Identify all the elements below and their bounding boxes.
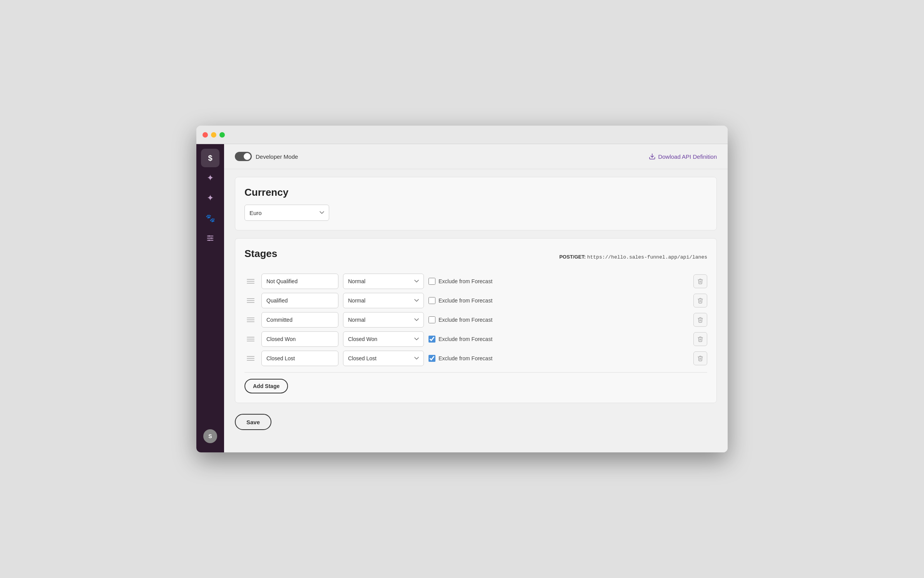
developer-mode-label: Developer Mode: [256, 153, 298, 160]
sidebar-item-sparkle[interactable]: ✦: [201, 169, 219, 187]
sidebar: $ ✦ ✦ 🐾: [196, 144, 224, 452]
forecast-label[interactable]: Exclude from Forecast: [429, 336, 689, 343]
stages-section: Stages POST/GET: https://hello.sales-fun…: [235, 238, 717, 403]
stage-name-input[interactable]: [261, 274, 338, 289]
delete-stage-button[interactable]: [693, 313, 707, 327]
developer-mode-toggle[interactable]: Developer Mode: [235, 152, 298, 161]
delete-stage-button[interactable]: [693, 332, 707, 346]
user-avatar[interactable]: S: [203, 429, 217, 443]
minimize-button[interactable]: [211, 132, 216, 138]
stage-name-input[interactable]: [261, 331, 338, 347]
trash-icon: [697, 278, 703, 284]
forecast-label[interactable]: Exclude from Forecast: [429, 278, 689, 285]
forecast-checkbox[interactable]: [429, 355, 435, 362]
forecast-text: Exclude from Forecast: [439, 336, 492, 342]
save-button[interactable]: Save: [235, 414, 271, 430]
download-api-label: Dowload API Definition: [658, 153, 717, 160]
forecast-checkbox[interactable]: [429, 297, 435, 304]
sidebar-item-paw[interactable]: 🐾: [201, 209, 219, 227]
sparkle-icon: ✦: [207, 173, 214, 183]
drag-handle[interactable]: [244, 314, 257, 326]
forecast-text: Exclude from Forecast: [439, 278, 492, 284]
content-area: Currency Euro USD GBP JPY Stages POST/GE…: [224, 169, 728, 438]
forecast-text: Exclude from Forecast: [439, 355, 492, 361]
download-icon: [649, 153, 656, 160]
forecast-text: Exclude from Forecast: [439, 297, 492, 304]
delete-stage-button[interactable]: [693, 351, 707, 365]
sidebar-item-settings[interactable]: [201, 229, 219, 247]
paw-icon: 🐾: [206, 213, 215, 223]
forecast-text: Exclude from Forecast: [439, 317, 492, 323]
stages-divider: [244, 372, 707, 373]
svg-point-5: [208, 240, 210, 241]
drag-handle[interactable]: [244, 352, 257, 365]
toggle-switch[interactable]: [235, 152, 252, 161]
trash-icon: [697, 355, 703, 361]
forecast-label[interactable]: Exclude from Forecast: [429, 316, 689, 323]
svg-point-3: [208, 235, 210, 237]
delete-stage-button[interactable]: [693, 274, 707, 288]
forecast-label[interactable]: Exclude from Forecast: [429, 355, 689, 362]
stages-header: Stages POST/GET: https://hello.sales-fun…: [244, 248, 707, 266]
maximize-button[interactable]: [219, 132, 225, 138]
api-endpoint: POST/GET: https://hello.sales-funnel.app…: [559, 254, 707, 260]
svg-point-4: [211, 237, 212, 239]
stage-type-select[interactable]: NormalClosed WonClosed Lost: [343, 293, 424, 308]
stage-row: NormalClosed WonClosed LostExclude from …: [244, 293, 707, 308]
delete-stage-button[interactable]: [693, 294, 707, 307]
add-stage-button[interactable]: Add Stage: [244, 379, 288, 393]
trash-icon: [697, 297, 703, 304]
trash-icon: [697, 317, 703, 323]
stage-row: NormalClosed WonClosed LostExclude from …: [244, 351, 707, 366]
stage-row: NormalClosed WonClosed LostExclude from …: [244, 312, 707, 328]
currency-select[interactable]: Euro USD GBP JPY: [244, 205, 329, 221]
sidebar-item-revenue[interactable]: $: [201, 149, 219, 167]
sliders-icon: [206, 234, 214, 242]
forecast-checkbox[interactable]: [429, 316, 435, 323]
forecast-checkbox[interactable]: [429, 278, 435, 285]
stage-type-select[interactable]: NormalClosed WonClosed Lost: [343, 312, 424, 328]
drag-handle[interactable]: [244, 294, 257, 307]
forecast-label[interactable]: Exclude from Forecast: [429, 297, 689, 304]
download-api-link[interactable]: Dowload API Definition: [649, 153, 717, 160]
stage-name-input[interactable]: [261, 312, 338, 328]
main-content: Developer Mode Dowload API Definition Cu…: [224, 144, 728, 452]
stage-name-input[interactable]: [261, 351, 338, 366]
stages-title: Stages: [244, 248, 277, 260]
drag-handle[interactable]: [244, 275, 257, 287]
close-button[interactable]: [203, 132, 208, 138]
stage-name-input[interactable]: [261, 293, 338, 308]
sidebar-bottom: S: [203, 429, 217, 448]
api-prefix: POST/GET:: [559, 254, 586, 260]
stage-row: NormalClosed WonClosed LostExclude from …: [244, 274, 707, 289]
stage-row: NormalClosed WonClosed LostExclude from …: [244, 331, 707, 347]
stages-container: NormalClosed WonClosed LostExclude from …: [244, 274, 707, 366]
api-url: https://hello.sales-funnel.app/api/lanes: [587, 254, 707, 260]
currency-title: Currency: [244, 187, 707, 198]
stage-type-select[interactable]: NormalClosed WonClosed Lost: [343, 351, 424, 366]
sidebar-item-stars[interactable]: ✦: [201, 189, 219, 207]
stage-type-select[interactable]: NormalClosed WonClosed Lost: [343, 331, 424, 347]
app-body: $ ✦ ✦ 🐾: [196, 144, 728, 452]
forecast-checkbox[interactable]: [429, 336, 435, 343]
currency-section: Currency Euro USD GBP JPY: [235, 177, 717, 230]
topbar: Developer Mode Dowload API Definition: [224, 144, 728, 169]
stage-type-select[interactable]: NormalClosed WonClosed Lost: [343, 274, 424, 289]
revenue-icon: $: [208, 154, 212, 163]
trash-icon: [697, 336, 703, 342]
stars-icon: ✦: [207, 193, 214, 203]
drag-handle[interactable]: [244, 333, 257, 345]
toggle-knob: [244, 153, 251, 160]
app-window: $ ✦ ✦ 🐾: [196, 126, 728, 452]
title-bar: [196, 126, 728, 144]
